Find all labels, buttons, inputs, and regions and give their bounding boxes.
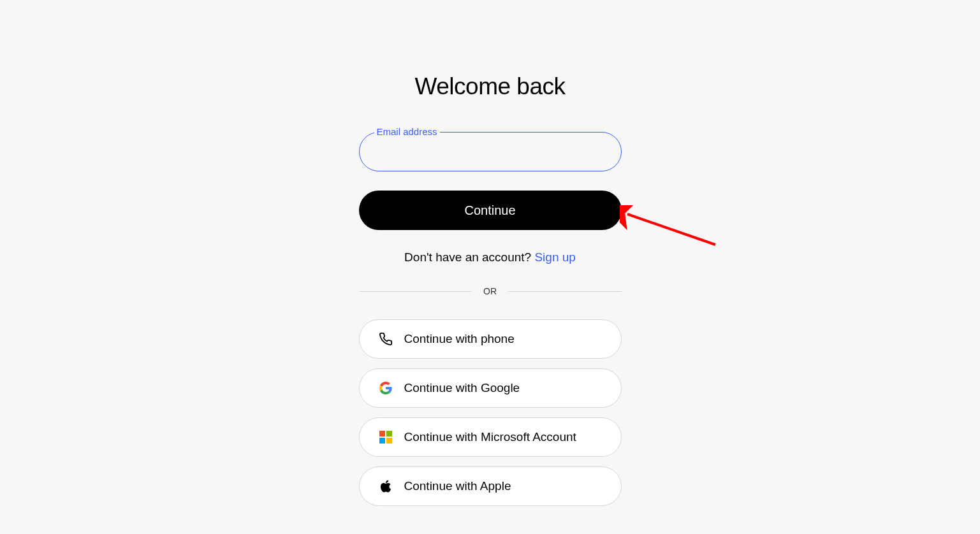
signup-link[interactable]: Sign up (534, 250, 575, 264)
continue-phone-label: Continue with phone (404, 332, 515, 346)
svg-line-0 (627, 214, 715, 245)
continue-button[interactable]: Continue (359, 191, 622, 230)
signup-prompt: Don't have an account? (404, 250, 534, 264)
annotation-arrow (620, 205, 722, 256)
apple-icon (379, 479, 393, 493)
continue-microsoft-button[interactable]: Continue with Microsoft Account (359, 417, 622, 457)
microsoft-icon (379, 430, 393, 444)
email-input-wrap: Email address (359, 132, 622, 171)
continue-apple-button[interactable]: Continue with Apple (359, 466, 622, 506)
continue-apple-label: Continue with Apple (404, 479, 511, 493)
divider-text: OR (472, 286, 508, 296)
google-icon (379, 381, 393, 395)
email-label: Email address (374, 126, 440, 137)
email-input[interactable] (359, 132, 622, 171)
login-container: Welcome back Email address Continue Don'… (359, 73, 622, 534)
divider-line-left (359, 291, 472, 292)
continue-phone-button[interactable]: Continue with phone (359, 319, 622, 359)
phone-icon (379, 332, 393, 346)
continue-google-label: Continue with Google (404, 381, 520, 395)
signup-row: Don't have an account? Sign up (404, 250, 576, 264)
continue-google-button[interactable]: Continue with Google (359, 368, 622, 408)
continue-microsoft-label: Continue with Microsoft Account (404, 430, 576, 444)
divider: OR (359, 286, 622, 296)
divider-line-right (508, 291, 622, 292)
page-title: Welcome back (415, 73, 566, 100)
